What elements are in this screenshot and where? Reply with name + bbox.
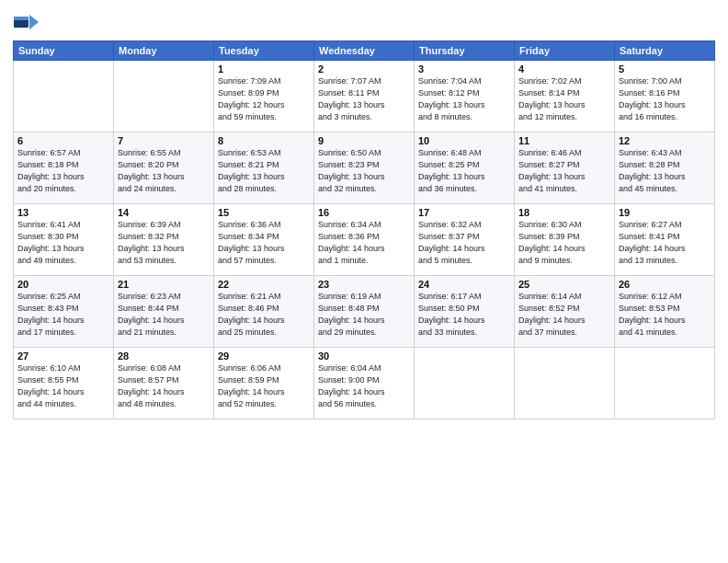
calendar-cell: 16Sunrise: 6:34 AM Sunset: 8:36 PM Dayli… xyxy=(314,204,415,276)
calendar-cell: 22Sunrise: 6:21 AM Sunset: 8:46 PM Dayli… xyxy=(214,276,314,348)
day-info: Sunrise: 6:08 AM Sunset: 8:57 PM Dayligh… xyxy=(118,362,210,410)
day-info: Sunrise: 7:09 AM Sunset: 8:09 PM Dayligh… xyxy=(218,75,310,123)
weekday-header: Tuesday xyxy=(214,41,314,61)
calendar-cell: 1Sunrise: 7:09 AM Sunset: 8:09 PM Daylig… xyxy=(214,61,314,132)
calendar-cell xyxy=(14,61,114,132)
weekday-header: Friday xyxy=(515,41,615,61)
day-number: 30 xyxy=(318,350,410,362)
weekday-header: Thursday xyxy=(415,41,515,61)
day-number: 2 xyxy=(318,63,410,75)
weekday-header: Sunday xyxy=(14,41,114,61)
svg-marker-1 xyxy=(29,15,39,29)
day-number: 11 xyxy=(518,135,610,146)
calendar-cell: 14Sunrise: 6:39 AM Sunset: 8:32 PM Dayli… xyxy=(114,204,214,276)
calendar-cell: 20Sunrise: 6:25 AM Sunset: 8:43 PM Dayli… xyxy=(14,276,114,348)
calendar-cell xyxy=(615,348,715,419)
day-info: Sunrise: 7:04 AM Sunset: 8:12 PM Dayligh… xyxy=(418,75,510,123)
day-number: 24 xyxy=(418,279,510,290)
calendar-cell: 23Sunrise: 6:19 AM Sunset: 8:48 PM Dayli… xyxy=(314,276,415,348)
day-number: 29 xyxy=(218,350,310,362)
day-info: Sunrise: 7:02 AM Sunset: 8:14 PM Dayligh… xyxy=(518,75,610,123)
calendar-cell: 26Sunrise: 6:12 AM Sunset: 8:53 PM Dayli… xyxy=(615,276,715,348)
day-info: Sunrise: 6:34 AM Sunset: 8:36 PM Dayligh… xyxy=(318,219,410,267)
weekday-header: Wednesday xyxy=(314,41,415,61)
calendar-cell: 11Sunrise: 6:46 AM Sunset: 8:27 PM Dayli… xyxy=(515,132,615,204)
day-info: Sunrise: 6:36 AM Sunset: 8:34 PM Dayligh… xyxy=(218,219,310,267)
calendar-cell: 21Sunrise: 6:23 AM Sunset: 8:44 PM Dayli… xyxy=(114,276,214,348)
day-info: Sunrise: 6:19 AM Sunset: 8:48 PM Dayligh… xyxy=(318,291,410,339)
calendar-cell: 30Sunrise: 6:04 AM Sunset: 9:00 PM Dayli… xyxy=(314,348,415,419)
calendar-cell: 7Sunrise: 6:55 AM Sunset: 8:20 PM Daylig… xyxy=(114,132,214,204)
calendar-cell: 19Sunrise: 6:27 AM Sunset: 8:41 PM Dayli… xyxy=(615,204,715,276)
day-info: Sunrise: 6:53 AM Sunset: 8:21 PM Dayligh… xyxy=(218,147,310,195)
calendar-cell: 13Sunrise: 6:41 AM Sunset: 8:30 PM Dayli… xyxy=(14,204,114,276)
weekday-header: Saturday xyxy=(615,41,715,61)
day-info: Sunrise: 6:55 AM Sunset: 8:20 PM Dayligh… xyxy=(118,147,210,195)
calendar-week-row: 27Sunrise: 6:10 AM Sunset: 8:55 PM Dayli… xyxy=(14,348,715,419)
day-number: 19 xyxy=(619,207,711,218)
day-info: Sunrise: 6:48 AM Sunset: 8:25 PM Dayligh… xyxy=(418,147,510,195)
calendar-cell: 10Sunrise: 6:48 AM Sunset: 8:25 PM Dayli… xyxy=(415,132,515,204)
calendar-cell: 3Sunrise: 7:04 AM Sunset: 8:12 PM Daylig… xyxy=(415,61,515,132)
day-number: 18 xyxy=(518,207,610,218)
day-number: 23 xyxy=(318,279,410,290)
day-info: Sunrise: 6:23 AM Sunset: 8:44 PM Dayligh… xyxy=(118,291,210,339)
day-info: Sunrise: 7:07 AM Sunset: 8:11 PM Dayligh… xyxy=(318,75,410,123)
day-info: Sunrise: 6:43 AM Sunset: 8:28 PM Dayligh… xyxy=(619,147,711,195)
day-info: Sunrise: 6:30 AM Sunset: 8:39 PM Dayligh… xyxy=(518,219,610,267)
day-number: 26 xyxy=(619,279,711,290)
calendar-week-row: 1Sunrise: 7:09 AM Sunset: 8:09 PM Daylig… xyxy=(14,61,715,132)
calendar-header-row: SundayMondayTuesdayWednesdayThursdayFrid… xyxy=(14,41,715,61)
day-info: Sunrise: 6:12 AM Sunset: 8:53 PM Dayligh… xyxy=(619,291,711,339)
calendar-cell: 28Sunrise: 6:08 AM Sunset: 8:57 PM Dayli… xyxy=(114,348,214,419)
calendar-week-row: 20Sunrise: 6:25 AM Sunset: 8:43 PM Dayli… xyxy=(14,276,715,348)
calendar-cell: 9Sunrise: 6:50 AM Sunset: 8:23 PM Daylig… xyxy=(314,132,415,204)
calendar-cell: 27Sunrise: 6:10 AM Sunset: 8:55 PM Dayli… xyxy=(14,348,114,419)
day-number: 8 xyxy=(218,135,310,146)
day-number: 15 xyxy=(218,207,310,218)
logo-icon xyxy=(13,9,39,35)
calendar-cell: 4Sunrise: 7:02 AM Sunset: 8:14 PM Daylig… xyxy=(515,61,615,132)
day-info: Sunrise: 6:10 AM Sunset: 8:55 PM Dayligh… xyxy=(17,362,109,410)
day-info: Sunrise: 6:06 AM Sunset: 8:59 PM Dayligh… xyxy=(218,362,310,410)
calendar-cell: 17Sunrise: 6:32 AM Sunset: 8:37 PM Dayli… xyxy=(415,204,515,276)
day-number: 28 xyxy=(118,350,210,362)
calendar-cell: 25Sunrise: 6:14 AM Sunset: 8:52 PM Dayli… xyxy=(515,276,615,348)
day-info: Sunrise: 7:00 AM Sunset: 8:16 PM Dayligh… xyxy=(619,75,711,123)
day-number: 25 xyxy=(518,279,610,290)
day-number: 22 xyxy=(218,279,310,290)
day-number: 5 xyxy=(619,63,711,75)
day-info: Sunrise: 6:39 AM Sunset: 8:32 PM Dayligh… xyxy=(118,219,210,267)
calendar-cell: 24Sunrise: 6:17 AM Sunset: 8:50 PM Dayli… xyxy=(415,276,515,348)
weekday-header: Monday xyxy=(114,41,214,61)
day-info: Sunrise: 6:14 AM Sunset: 8:52 PM Dayligh… xyxy=(518,291,610,339)
calendar-week-row: 6Sunrise: 6:57 AM Sunset: 8:18 PM Daylig… xyxy=(14,132,715,204)
day-info: Sunrise: 6:32 AM Sunset: 8:37 PM Dayligh… xyxy=(418,219,510,267)
day-info: Sunrise: 6:57 AM Sunset: 8:18 PM Dayligh… xyxy=(17,147,109,195)
day-info: Sunrise: 6:04 AM Sunset: 9:00 PM Dayligh… xyxy=(318,362,410,410)
calendar-cell xyxy=(515,348,615,419)
calendar-cell: 18Sunrise: 6:30 AM Sunset: 8:39 PM Dayli… xyxy=(515,204,615,276)
logo xyxy=(13,9,42,35)
calendar-cell: 15Sunrise: 6:36 AM Sunset: 8:34 PM Dayli… xyxy=(214,204,314,276)
day-info: Sunrise: 6:46 AM Sunset: 8:27 PM Dayligh… xyxy=(518,147,610,195)
day-info: Sunrise: 6:25 AM Sunset: 8:43 PM Dayligh… xyxy=(17,291,109,339)
day-number: 12 xyxy=(619,135,711,146)
calendar-week-row: 13Sunrise: 6:41 AM Sunset: 8:30 PM Dayli… xyxy=(14,204,715,276)
day-info: Sunrise: 6:27 AM Sunset: 8:41 PM Dayligh… xyxy=(619,219,711,267)
svg-rect-2 xyxy=(14,17,28,20)
page-header xyxy=(13,9,715,35)
day-number: 13 xyxy=(17,207,109,218)
calendar-table: SundayMondayTuesdayWednesdayThursdayFrid… xyxy=(13,40,715,419)
day-number: 4 xyxy=(518,63,610,75)
day-info: Sunrise: 6:41 AM Sunset: 8:30 PM Dayligh… xyxy=(17,219,109,267)
calendar-cell: 29Sunrise: 6:06 AM Sunset: 8:59 PM Dayli… xyxy=(214,348,314,419)
day-number: 1 xyxy=(218,63,310,75)
day-info: Sunrise: 6:17 AM Sunset: 8:50 PM Dayligh… xyxy=(418,291,510,339)
day-number: 27 xyxy=(17,350,109,362)
day-number: 6 xyxy=(17,135,109,146)
calendar-cell: 5Sunrise: 7:00 AM Sunset: 8:16 PM Daylig… xyxy=(615,61,715,132)
day-number: 17 xyxy=(418,207,510,218)
day-info: Sunrise: 6:50 AM Sunset: 8:23 PM Dayligh… xyxy=(318,147,410,195)
calendar-cell xyxy=(114,61,214,132)
